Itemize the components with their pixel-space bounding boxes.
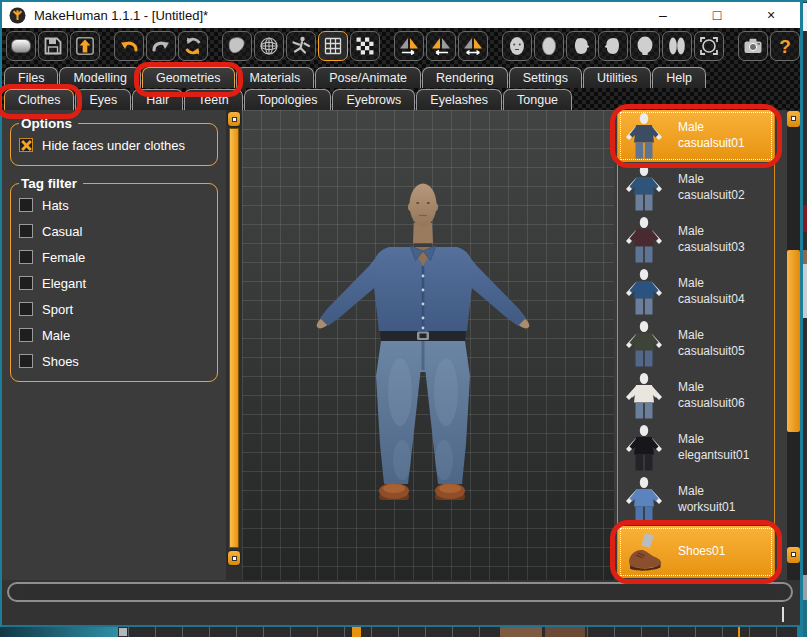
clothes-item-male-elegantsuit01[interactable]: Maleelegantsuit01 [618,422,774,474]
subtab-eyebrows[interactable]: Eyebrows [332,89,415,110]
view-face-icon[interactable] [502,31,532,61]
checkbox-checked-icon[interactable] [19,138,33,152]
pose-mode-icon[interactable] [286,31,316,61]
load-icon[interactable] [70,31,100,61]
clothes-item-male-worksuit01[interactable]: Maleworksuit01 [618,474,774,526]
checkbox-unchecked-icon[interactable] [19,328,33,342]
shoe-thumbnail [622,529,666,575]
window-title: MakeHuman 1.1.1 - [Untitled]* [34,8,208,23]
checkbox-shoes[interactable]: Shoes [19,348,209,374]
tab-help[interactable]: Help [652,67,706,88]
subtab-topologies[interactable]: Topologies [244,89,332,110]
clothes-item-male-casualsuit01[interactable]: Malecasualsuit01 [618,110,774,162]
symmetry-right-icon[interactable] [394,31,424,61]
suit-thumbnail [622,425,666,471]
undo-icon[interactable] [114,31,144,61]
checkbox-male[interactable]: Male [19,322,209,348]
timeline-frame-1 [500,627,542,637]
tab-settings[interactable]: Settings [509,67,582,88]
timeline-marker-orange [352,627,361,637]
close-button[interactable]: × [762,7,780,23]
scrollbar-up-button[interactable] [787,111,800,127]
clothes-item-shoes01[interactable]: Shoes01 [618,526,774,578]
status-bar [2,580,800,625]
reload-icon[interactable] [178,31,208,61]
suit-thumbnail [622,165,666,211]
toolbar: ? [6,30,802,62]
sub-tab-bar: ClothesEyesHairTeethTopologiesEyebrowsEy… [4,89,573,110]
subtab-hair[interactable]: Hair [132,89,183,110]
timeline-frame-2 [545,627,585,637]
subtab-clothes[interactable]: Clothes [4,89,74,110]
checkbox-unchecked-icon[interactable] [19,302,33,316]
tab-pose-animate[interactable]: Pose/Animate [315,67,421,88]
subtab-tongue[interactable]: Tongue [503,89,572,110]
clothes-item-label: Malecasualsuit06 [678,380,745,411]
viewport-canvas[interactable] [242,110,614,580]
checkbox-sport[interactable]: Sport [19,296,209,322]
view-head-right-icon[interactable] [566,31,596,61]
checkbox-hats[interactable]: Hats [19,192,209,218]
view-head-left-icon[interactable] [598,31,628,61]
viewport-zoom-slider[interactable] [226,110,242,580]
checkbox-unchecked-icon[interactable] [19,198,33,212]
tab-files[interactable]: Files [4,67,58,88]
clothes-scrollbar[interactable] [787,110,800,580]
maximize-button[interactable]: □ [708,7,726,23]
tab-utilities[interactable]: Utilities [583,67,651,88]
view-head-front-icon[interactable] [534,31,564,61]
view-head-back-icon[interactable] [630,31,660,61]
clothes-item-male-casualsuit04[interactable]: Malecasualsuit04 [618,266,774,318]
symmetry-left-icon[interactable] [426,31,456,61]
checkbox-unchecked-icon[interactable] [19,250,33,264]
screen-grab-icon[interactable] [738,31,768,61]
clothes-item-male-casualsuit02[interactable]: Malecasualsuit02 [618,162,774,214]
minimize-button[interactable]: – [654,7,672,23]
subtab-eyes[interactable]: Eyes [75,89,131,110]
scrollbar-down-button[interactable] [787,547,800,563]
checkbox-casual[interactable]: Casual [19,218,209,244]
timeline-marker-small [738,627,740,637]
window-controls: –□× [654,7,780,23]
checkbox-unchecked-icon[interactable] [19,276,33,290]
clothes-panel: Malecasualsuit01 Malecasualsuit02 Maleca… [614,110,800,580]
slider-top-handle[interactable] [227,111,241,127]
menu-zone: ? FilesModellingGeometriesMaterialsPose/… [2,28,800,110]
view-camera-reset-icon[interactable] [694,31,724,61]
clothes-item-male-casualsuit06[interactable]: Malecasualsuit06 [618,370,774,422]
tab-materials[interactable]: Materials [236,67,315,88]
scrollbar-thumb[interactable] [787,250,800,432]
slider-bottom-handle[interactable] [227,550,241,566]
clothes-item-male-casualsuit03[interactable]: Malecasualsuit03 [618,214,774,266]
viewport-3d[interactable] [226,110,614,580]
smooth-shading-icon[interactable] [222,31,252,61]
clothes-item-male-casualsuit05[interactable]: Malecasualsuit05 [618,318,774,370]
checkbox-label: Hats [42,198,69,213]
subtab-teeth[interactable]: Teeth [184,89,243,110]
options-group-title: Options [19,116,78,131]
clothes-item-label: Maleworksuit01 [678,484,735,515]
checkbox-female[interactable]: Female [19,244,209,270]
main-tab-bar: FilesModellingGeometriesMaterialsPose/An… [4,64,707,88]
slider-groove[interactable] [229,128,239,548]
checkbox-unchecked-icon[interactable] [19,224,33,238]
tab-geometries[interactable]: Geometries [142,67,235,88]
view-head-split-icon[interactable] [662,31,692,61]
redo-icon[interactable] [146,31,176,61]
timeline-handle [119,628,127,636]
wireframe-icon[interactable] [254,31,284,61]
subtab-eyelashes[interactable]: Eyelashes [416,89,502,110]
tab-rendering[interactable]: Rendering [422,67,508,88]
checkbox-hide-faces-under-clothes[interactable]: Hide faces under clothes [19,132,209,158]
recorder-timeline [0,627,807,637]
new-document-icon[interactable] [6,31,36,61]
checkbox-elegant[interactable]: Elegant [19,270,209,296]
help-icon[interactable]: ? [770,31,800,61]
grid-icon[interactable] [318,31,348,61]
subdivide-icon[interactable] [350,31,380,61]
symmetry-both-icon[interactable] [458,31,488,61]
checkbox-label: Female [42,250,85,265]
save-icon[interactable] [38,31,68,61]
checkbox-unchecked-icon[interactable] [19,354,33,368]
tab-modelling[interactable]: Modelling [59,67,141,88]
